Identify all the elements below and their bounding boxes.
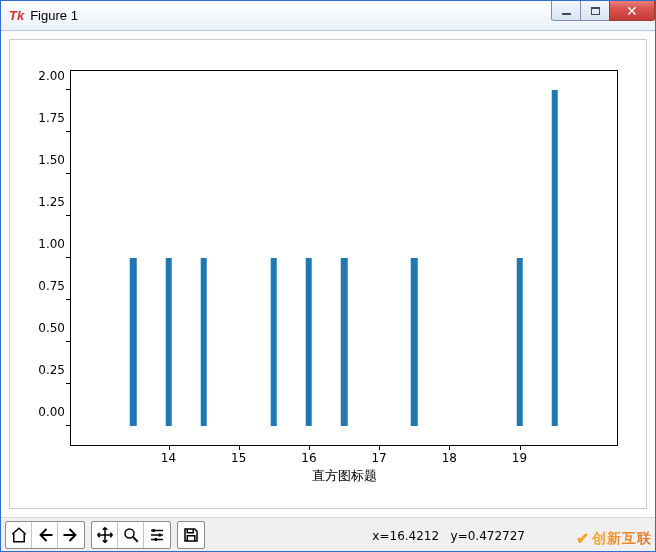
svg-rect-3 <box>155 538 157 541</box>
ytick-label: 0.25 <box>38 363 71 377</box>
titlebar: Tk Figure 1 ✕ <box>1 1 655 31</box>
chart-bar <box>341 258 348 426</box>
pan-button[interactable] <box>92 522 118 548</box>
xtick-mark <box>169 445 170 450</box>
ytick-label: 0.75 <box>38 279 71 293</box>
tk-logo-icon: Tk <box>9 8 24 23</box>
minimize-icon <box>562 13 571 15</box>
ytick-label: 0.00 <box>38 405 71 419</box>
close-button[interactable]: ✕ <box>609 1 655 21</box>
chart-bar <box>411 258 418 426</box>
xtick-mark <box>379 445 380 450</box>
home-icon <box>10 526 28 544</box>
coord-x: x=16.4212 <box>372 529 439 543</box>
svg-rect-2 <box>159 533 161 536</box>
svg-rect-1 <box>153 529 155 532</box>
configure-button[interactable] <box>144 522 170 548</box>
xtick-mark <box>449 445 450 450</box>
minimize-button[interactable] <box>551 1 581 21</box>
zoom-group <box>91 521 171 549</box>
maximize-button[interactable] <box>580 1 610 21</box>
magnifier-icon <box>122 526 140 544</box>
ytick-mark <box>66 173 71 174</box>
arrow-left-icon <box>36 526 54 544</box>
maximize-icon <box>591 7 600 15</box>
xtick-mark <box>309 445 310 450</box>
window-buttons: ✕ <box>552 1 655 30</box>
forward-button[interactable] <box>58 522 84 548</box>
io-group <box>177 521 205 549</box>
chart-bar <box>516 258 523 426</box>
x-axis-label: 直方图标题 <box>312 467 377 485</box>
figure-canvas[interactable]: 直方图标题 0.000.250.500.751.001.251.501.752.… <box>9 39 647 509</box>
nav-group <box>5 521 85 549</box>
close-icon: ✕ <box>626 3 638 19</box>
coord-y: y=0.472727 <box>451 529 525 543</box>
chart-bar <box>165 258 172 426</box>
ytick-label: 1.25 <box>38 195 71 209</box>
ytick-label: 1.75 <box>38 111 71 125</box>
cursor-coords: x=16.4212 y=0.472727 <box>372 529 525 543</box>
ytick-mark <box>66 299 71 300</box>
nav-toolbar: x=16.4212 y=0.472727 <box>1 517 655 551</box>
ytick-mark <box>66 257 71 258</box>
ytick-mark <box>66 383 71 384</box>
ytick-mark <box>66 215 71 216</box>
app-window: Tk Figure 1 ✕ 直方图标题 0.000.250.500.751.00… <box>0 0 656 552</box>
ytick-label: 0.50 <box>38 321 71 335</box>
save-button[interactable] <box>178 522 204 548</box>
window-title: Figure 1 <box>30 8 552 23</box>
ytick-mark <box>66 425 71 426</box>
chart-bar <box>200 258 207 426</box>
sliders-icon <box>148 526 166 544</box>
xtick-mark <box>520 445 521 450</box>
chart-bar <box>271 258 278 426</box>
home-button[interactable] <box>6 522 32 548</box>
arrow-right-icon <box>62 526 80 544</box>
save-icon <box>182 526 200 544</box>
plot-axes: 直方图标题 0.000.250.500.751.001.251.501.752.… <box>70 70 618 446</box>
chart-bar <box>551 90 558 427</box>
zoom-button[interactable] <box>118 522 144 548</box>
ytick-mark <box>66 89 71 90</box>
back-button[interactable] <box>32 522 58 548</box>
ytick-mark <box>66 341 71 342</box>
ytick-mark <box>66 131 71 132</box>
chart-bar <box>130 258 137 426</box>
content-area: 直方图标题 0.000.250.500.751.001.251.501.752.… <box>1 31 655 517</box>
move-icon <box>96 526 114 544</box>
ytick-label: 1.00 <box>38 237 71 251</box>
ytick-label: 1.50 <box>38 153 71 167</box>
ytick-label: 2.00 <box>38 69 71 83</box>
chart-bar <box>306 258 313 426</box>
xtick-mark <box>239 445 240 450</box>
svg-point-0 <box>125 529 134 538</box>
